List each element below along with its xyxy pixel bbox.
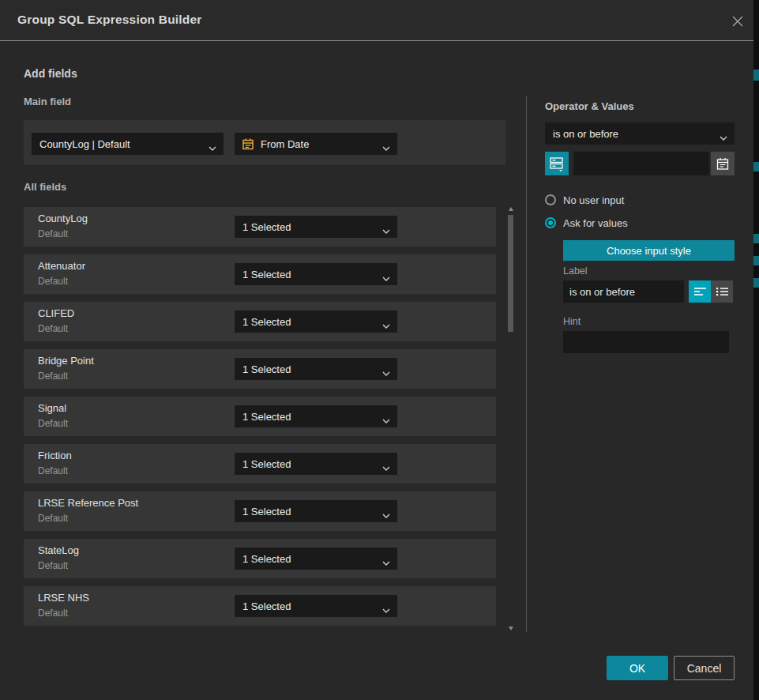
field-name: CLIFED: [38, 307, 74, 319]
field-selected-value: 1 Selected: [242, 363, 291, 375]
close-icon[interactable]: [729, 13, 746, 30]
all-fields-label: All fields: [24, 181, 66, 193]
panel-divider: [526, 96, 527, 632]
field-sublabel: Default: [38, 513, 68, 524]
background-accent-fragment: [753, 234, 759, 243]
field-selected-dropdown[interactable]: 1 Selected: [235, 216, 397, 238]
chevron-down-icon: [382, 141, 390, 153]
field-sublabel: Default: [38, 465, 68, 476]
chevron-down-icon: [382, 224, 390, 236]
field-row-lrse-reference-post: LRSE Reference Post Default 1 Selected: [24, 491, 496, 531]
chevron-down-icon: [382, 319, 390, 331]
field-selected-dropdown[interactable]: 1 Selected: [235, 500, 397, 522]
chevron-down-icon: [382, 272, 390, 284]
value-input[interactable]: [573, 152, 709, 175]
field-selected-dropdown[interactable]: 1 Selected: [235, 358, 397, 380]
label-input[interactable]: [563, 280, 684, 303]
background-accent-fragment: [753, 256, 759, 265]
main-field-label: Main field: [24, 96, 71, 107]
all-fields-list: CountyLog Default 1 Selected Attenuator …: [24, 207, 496, 626]
operator-select-value: is on or before: [553, 128, 618, 140]
stacked-values-icon[interactable]: [545, 152, 569, 175]
field-row-bridge-point: Bridge Point Default 1 Selected: [24, 349, 496, 389]
main-date-field-value: From Date: [261, 138, 309, 150]
field-selected-dropdown[interactable]: 1 Selected: [235, 453, 397, 475]
choose-input-style-button[interactable]: Choose input style: [563, 240, 735, 261]
field-sublabel: Default: [38, 276, 68, 287]
list-input-icon[interactable]: [711, 280, 733, 303]
field-row-lrse-nhs: LRSE NHS Default 1 Selected: [24, 586, 496, 626]
background-accent-fragment: [753, 70, 759, 81]
main-field-container: CountyLog | Default From Date: [24, 120, 505, 165]
field-selected-value: 1 Selected: [242, 411, 291, 423]
scroll-up-arrow-icon[interactable]: [509, 207, 513, 211]
chevron-down-icon: [382, 367, 390, 378]
field-name: Friction: [38, 450, 72, 461]
field-row-signal: Signal Default 1 Selected: [24, 397, 496, 436]
field-selected-value: 1 Selected: [242, 600, 291, 612]
field-name: Signal: [38, 402, 66, 414]
chevron-down-icon: [382, 556, 390, 568]
field-row-statelog: StateLog Default 1 Selected: [24, 539, 496, 578]
field-selected-dropdown[interactable]: 1 Selected: [235, 548, 397, 570]
single-line-input-icon[interactable]: [689, 280, 711, 303]
chevron-down-icon: [209, 141, 216, 153]
calendar-icon[interactable]: [711, 152, 735, 175]
chevron-down-icon: [382, 509, 390, 521]
field-sublabel: Default: [38, 323, 68, 334]
calendar-icon: [242, 138, 254, 150]
field-selected-dropdown[interactable]: 1 Selected: [235, 310, 397, 333]
radio-ask-for-values-label: Ask for values: [563, 217, 628, 229]
radio-unselected-icon[interactable]: [545, 194, 556, 205]
scroll-down-arrow-icon[interactable]: [509, 627, 513, 630]
radio-ask-for-values[interactable]: Ask for values: [545, 216, 628, 229]
scrollbar-thumb[interactable]: [508, 215, 513, 332]
label-field-label: Label: [563, 265, 588, 277]
ok-button[interactable]: OK: [607, 656, 668, 680]
field-sublabel: Default: [38, 371, 68, 382]
field-row-attenuator: Attenuator Default 1 Selected: [24, 254, 496, 294]
chevron-down-icon: [720, 131, 727, 143]
field-name: Bridge Point: [38, 355, 94, 367]
chevron-down-icon: [382, 414, 390, 426]
background-accent-fragment: [753, 162, 759, 171]
dialog-title: Group SQL Expression Builder: [17, 13, 202, 27]
field-selected-value: 1 Selected: [242, 269, 291, 280]
chevron-down-icon: [382, 461, 390, 473]
field-selected-dropdown[interactable]: 1 Selected: [235, 405, 397, 427]
main-date-field-select[interactable]: From Date: [235, 133, 397, 155]
group-sql-expression-builder-dialog: Group SQL Expression Builder Add fields …: [0, 0, 753, 700]
field-selected-value: 1 Selected: [242, 506, 291, 517]
background-app-strip: [753, 0, 759, 700]
field-sublabel: Default: [38, 418, 68, 429]
field-sublabel: Default: [38, 560, 68, 571]
field-selected-value: 1 Selected: [242, 221, 291, 233]
field-name: Attenuator: [38, 260, 85, 272]
dialog-header: Group SQL Expression Builder: [0, 0, 753, 41]
radio-no-user-input-label: No user input: [563, 194, 624, 206]
field-name: LRSE Reference Post: [38, 497, 138, 509]
hint-input[interactable]: [563, 331, 729, 353]
field-name: CountyLog: [38, 213, 88, 224]
field-name: StateLog: [38, 544, 79, 556]
add-fields-heading: Add fields: [24, 67, 77, 80]
main-layer-select[interactable]: CountyLog | Default: [32, 133, 224, 155]
operator-select[interactable]: is on or before: [545, 122, 735, 145]
field-name: LRSE NHS: [38, 592, 89, 604]
field-list-scrollbar[interactable]: [508, 204, 514, 632]
operator-values-heading: Operator & Values: [545, 100, 634, 112]
field-selected-dropdown[interactable]: 1 Selected: [235, 263, 397, 285]
field-sublabel: Default: [38, 228, 68, 239]
radio-selected-icon[interactable]: [545, 217, 556, 228]
hint-field-label: Hint: [563, 316, 581, 327]
main-layer-select-value: CountyLog | Default: [39, 138, 130, 150]
cancel-button[interactable]: Cancel: [674, 656, 735, 680]
background-accent-fragment: [753, 278, 759, 288]
field-row-countylog: CountyLog Default 1 Selected: [24, 207, 496, 247]
chevron-down-icon: [382, 604, 390, 615]
field-selected-value: 1 Selected: [242, 458, 291, 470]
radio-no-user-input[interactable]: No user input: [545, 194, 624, 206]
field-selected-value: 1 Selected: [242, 553, 291, 565]
field-selected-dropdown[interactable]: 1 Selected: [235, 595, 397, 617]
field-selected-value: 1 Selected: [242, 316, 291, 328]
